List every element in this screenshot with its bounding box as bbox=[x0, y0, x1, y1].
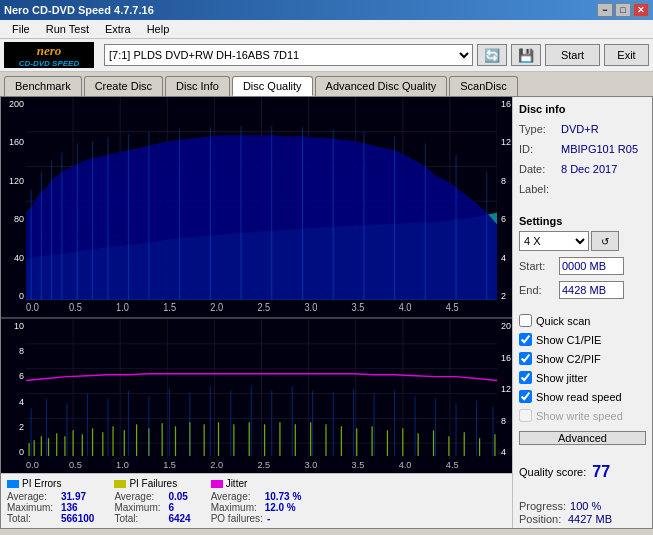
menu-file[interactable]: File bbox=[4, 22, 38, 36]
y2-right-12: 12 bbox=[501, 384, 511, 394]
jitter-legend-label: Jitter bbox=[226, 478, 248, 489]
pi-max-value: 136 bbox=[61, 502, 78, 513]
pi-avg-label: Average: bbox=[7, 491, 57, 502]
menu-bar: File Run Test Extra Help bbox=[0, 20, 653, 39]
pi-total-value: 566100 bbox=[61, 513, 94, 524]
svg-text:0.0: 0.0 bbox=[26, 302, 39, 314]
tab-scandisc[interactable]: ScanDisc bbox=[449, 76, 517, 96]
svg-text:1.0: 1.0 bbox=[116, 460, 129, 470]
svg-text:1.0: 1.0 bbox=[116, 302, 129, 314]
id-value: MBIPG101 R05 bbox=[561, 141, 638, 157]
quality-label: Quality score: bbox=[519, 466, 586, 478]
disc-label-label: Label: bbox=[519, 181, 557, 197]
jitter-max-value: 12.0 % bbox=[265, 502, 296, 513]
tab-benchmark[interactable]: Benchmark bbox=[4, 76, 82, 96]
progress-label: Progress: bbox=[519, 500, 566, 512]
y-right-12: 12 bbox=[501, 137, 511, 147]
svg-text:0.5: 0.5 bbox=[69, 302, 82, 314]
stats-bar: PI Errors Average: 31.97 Maximum: 136 To… bbox=[1, 473, 512, 528]
pi-failures-stat: PI Failures Average: 0.05 Maximum: 6 Tot… bbox=[114, 478, 190, 524]
pi-errors-legend-dot bbox=[7, 480, 19, 488]
quick-scan-checkbox[interactable] bbox=[519, 314, 532, 327]
pi-total-label: Total: bbox=[7, 513, 57, 524]
pif-max-value: 6 bbox=[168, 502, 174, 513]
show-c2pif-checkbox[interactable] bbox=[519, 352, 532, 365]
tab-create-disc[interactable]: Create Disc bbox=[84, 76, 163, 96]
tab-disc-info[interactable]: Disc Info bbox=[165, 76, 230, 96]
show-read-speed-label: Show read speed bbox=[536, 391, 622, 403]
y2-right-4: 4 bbox=[501, 447, 511, 457]
top-chart: 200 160 120 80 40 0 16 12 8 6 4 2 bbox=[1, 97, 512, 318]
y-right-6: 6 bbox=[501, 214, 511, 224]
start-label: Start: bbox=[519, 260, 555, 272]
id-label: ID: bbox=[519, 141, 557, 157]
svg-text:3.0: 3.0 bbox=[305, 302, 318, 314]
minimize-button[interactable]: − bbox=[597, 3, 613, 17]
pi-max-label: Maximum: bbox=[7, 502, 57, 513]
bottom-chart: 10 8 6 4 2 0 20 16 12 8 4 bbox=[1, 318, 512, 473]
y2-label-4: 4 bbox=[2, 397, 24, 407]
show-jitter-checkbox[interactable] bbox=[519, 371, 532, 384]
y-right-4: 4 bbox=[501, 253, 511, 263]
position-value: 4427 MB bbox=[568, 513, 612, 525]
progress-value: 100 % bbox=[570, 500, 601, 512]
speed-selector[interactable]: 4 X bbox=[519, 231, 589, 251]
show-read-speed-checkbox[interactable] bbox=[519, 390, 532, 403]
y-label-120: 120 bbox=[2, 176, 24, 186]
type-label: Type: bbox=[519, 121, 557, 137]
y2-right-20: 20 bbox=[501, 321, 511, 331]
type-value: DVD+R bbox=[561, 121, 599, 137]
menu-help[interactable]: Help bbox=[139, 22, 178, 36]
start-button[interactable]: Start bbox=[545, 44, 600, 66]
pif-avg-value: 0.05 bbox=[168, 491, 187, 502]
y2-right-16: 16 bbox=[501, 353, 511, 363]
maximize-button[interactable]: □ bbox=[615, 3, 631, 17]
end-input[interactable] bbox=[559, 281, 624, 299]
jitter-avg-label: Average: bbox=[211, 491, 261, 502]
y2-label-6: 6 bbox=[2, 371, 24, 381]
app-logo: nero CD-DVD SPEED bbox=[4, 42, 94, 68]
svg-text:2.5: 2.5 bbox=[257, 460, 270, 470]
quality-score: 77 bbox=[592, 463, 610, 481]
pif-total-label: Total: bbox=[114, 513, 164, 524]
jitter-po-label: PO failures: bbox=[211, 513, 263, 524]
pi-errors-stat: PI Errors Average: 31.97 Maximum: 136 To… bbox=[7, 478, 94, 524]
menu-run-test[interactable]: Run Test bbox=[38, 22, 97, 36]
tab-bar: Benchmark Create Disc Disc Info Disc Qua… bbox=[0, 72, 653, 96]
speed-refresh-btn[interactable]: ↺ bbox=[591, 231, 619, 251]
y2-label-0: 0 bbox=[2, 447, 24, 457]
y-label-160: 160 bbox=[2, 137, 24, 147]
tab-advanced-disc-quality[interactable]: Advanced Disc Quality bbox=[315, 76, 448, 96]
menu-extra[interactable]: Extra bbox=[97, 22, 139, 36]
pif-max-label: Maximum: bbox=[114, 502, 164, 513]
jitter-avg-value: 10.73 % bbox=[265, 491, 302, 502]
close-button[interactable]: ✕ bbox=[633, 3, 649, 17]
toolbar: nero CD-DVD SPEED [7:1] PLDS DVD+RW DH-1… bbox=[0, 39, 653, 72]
end-label: End: bbox=[519, 284, 555, 296]
tab-disc-quality[interactable]: Disc Quality bbox=[232, 76, 313, 96]
settings-title: Settings bbox=[519, 215, 646, 227]
speed-value: 4.05 X bbox=[568, 526, 600, 528]
start-input[interactable] bbox=[559, 257, 624, 275]
show-write-speed-checkbox[interactable] bbox=[519, 409, 532, 422]
advanced-button[interactable]: Advanced bbox=[519, 431, 646, 445]
save-button[interactable]: 💾 bbox=[511, 44, 541, 66]
refresh-button[interactable]: 🔄 bbox=[477, 44, 507, 66]
jitter-legend-dot bbox=[211, 480, 223, 488]
y-right-8: 8 bbox=[501, 176, 511, 186]
show-c1pie-checkbox[interactable] bbox=[519, 333, 532, 346]
pif-avg-label: Average: bbox=[114, 491, 164, 502]
date-label: Date: bbox=[519, 161, 557, 177]
y2-right-8: 8 bbox=[501, 416, 511, 426]
speed-label: Speed: bbox=[519, 526, 564, 528]
y-right-2: 2 bbox=[501, 291, 511, 301]
progress-section: Progress: 100 % Position: 4427 MB Speed:… bbox=[519, 499, 646, 528]
exit-button[interactable]: Exit bbox=[604, 44, 649, 66]
svg-text:3.0: 3.0 bbox=[305, 460, 318, 470]
bottom-chart-svg: 0.0 0.5 1.0 1.5 2.0 2.5 3.0 3.5 4.0 4.5 bbox=[26, 319, 497, 473]
pif-total-value: 6424 bbox=[168, 513, 190, 524]
sidebar: Disc info Type: DVD+R ID: MBIPG101 R05 D… bbox=[512, 97, 652, 528]
svg-text:2.0: 2.0 bbox=[210, 460, 223, 470]
drive-selector[interactable]: [7:1] PLDS DVD+RW DH-16ABS 7D11 bbox=[104, 44, 473, 66]
y2-label-8: 8 bbox=[2, 346, 24, 356]
